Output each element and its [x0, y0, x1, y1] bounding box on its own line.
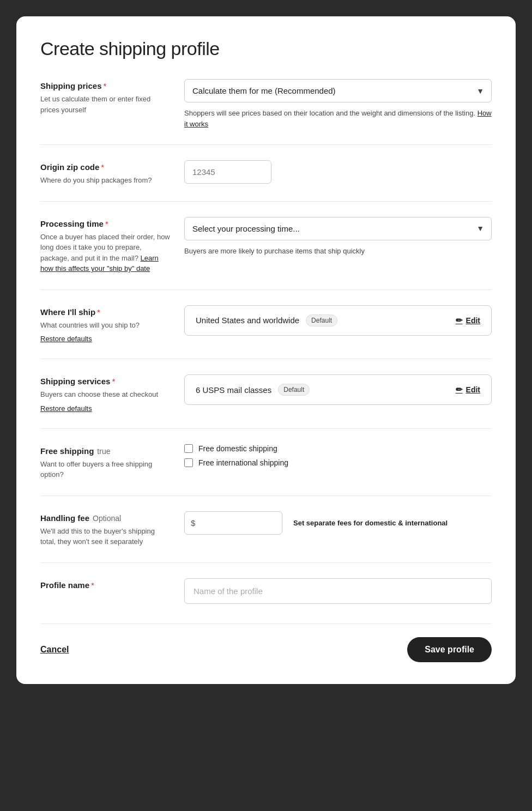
origin-zip-control — [184, 160, 492, 184]
shipping-services-edit-button[interactable]: ✏ Edit — [456, 385, 480, 395]
handling-fee-label: Handling fee — [40, 513, 89, 523]
origin-zip-label-col: Origin zip code* Where do you ship packa… — [40, 160, 171, 186]
shipping-services-box: 6 USPS mail classes Default ✏ Edit — [184, 374, 492, 405]
origin-zip-required: * — [101, 162, 104, 172]
processing-time-select-wrapper: Select your processing time...1 business… — [184, 217, 492, 240]
free-domestic-row: Free domestic shipping — [184, 444, 492, 453]
free-international-checkbox[interactable] — [184, 458, 193, 467]
where-ill-ship-box-left: United States and worldwide Default — [196, 314, 337, 326]
divider-6 — [40, 495, 492, 496]
processing-time-control: Select your processing time...1 business… — [184, 217, 492, 257]
processing-time-desc: Once a buyer has placed their order, how… — [40, 232, 171, 274]
handling-fee-section: Handling feeOptional We'll add this to t… — [40, 511, 492, 547]
handling-fee-input-wrapper: $ — [184, 511, 282, 535]
save-profile-button[interactable]: Save profile — [407, 637, 492, 662]
where-ill-ship-control: United States and worldwide Default ✏ Ed… — [184, 305, 492, 336]
where-ill-ship-restore-link[interactable]: Restore defaults — [40, 335, 92, 343]
divider-1 — [40, 144, 492, 145]
page-title: Create shipping profile — [40, 38, 492, 59]
free-international-row: Free international shipping — [184, 458, 492, 467]
processing-time-hint: Buyers are more likely to purchase items… — [184, 246, 492, 257]
shipping-services-section: Shipping services* Buyers can choose the… — [40, 374, 492, 413]
shipping-services-desc: Buyers can choose these at checkout — [40, 389, 171, 400]
origin-zip-label: Origin zip code — [40, 162, 99, 172]
shipping-prices-desc: Let us calculate them or enter fixed pri… — [40, 94, 171, 115]
free-shipping-optional: true — [97, 447, 110, 456]
where-ill-ship-badge: Default — [306, 314, 337, 326]
handling-fee-optional: Optional — [93, 514, 121, 523]
handling-fee-input-row: $ Set separate fees for domestic & inter… — [184, 511, 492, 535]
where-ill-ship-text: United States and worldwide — [196, 316, 299, 325]
processing-time-select[interactable]: Select your processing time...1 business… — [184, 217, 492, 240]
profile-name-section: Profile name* — [40, 578, 492, 604]
where-ill-ship-edit-button[interactable]: ✏ Edit — [456, 316, 480, 325]
processing-time-label-col: Processing time* Once a buyer has placed… — [40, 217, 171, 274]
free-shipping-label: Free shipping — [40, 446, 94, 456]
shipping-prices-select-wrapper: Calculate them for me (Recommended)Fixed… — [184, 79, 492, 102]
where-ill-ship-section: Where I'll ship* What countries will you… — [40, 305, 492, 344]
origin-zip-desc: Where do you ship packages from? — [40, 175, 171, 186]
profile-name-control — [184, 578, 492, 604]
free-shipping-desc: Want to offer buyers a free shipping opt… — [40, 459, 171, 480]
shipping-services-restore-link[interactable]: Restore defaults — [40, 404, 92, 413]
dollar-sign-icon: $ — [191, 518, 195, 528]
shipping-prices-control: Calculate them for me (Recommended)Fixed… — [184, 79, 492, 129]
shipping-services-edit-label: Edit — [466, 385, 480, 394]
pencil-icon: ✏ — [456, 316, 463, 325]
where-ill-ship-box: United States and worldwide Default ✏ Ed… — [184, 305, 492, 336]
origin-zip-section: Origin zip code* Where do you ship packa… — [40, 160, 492, 186]
pencil-icon-2: ✏ — [456, 385, 463, 395]
profile-name-input[interactable] — [184, 578, 492, 604]
free-domestic-label: Free domestic shipping — [198, 444, 277, 453]
shipping-services-badge: Default — [278, 384, 310, 396]
free-international-label: Free international shipping — [198, 458, 288, 467]
shipping-prices-label: Shipping prices — [40, 81, 102, 90]
profile-name-label-col: Profile name* — [40, 578, 171, 590]
processing-time-required: * — [105, 219, 108, 228]
origin-zip-input[interactable] — [184, 160, 271, 184]
cancel-button[interactable]: Cancel — [40, 645, 69, 655]
handling-fee-label-col: Handling feeOptional We'll add this to t… — [40, 511, 171, 547]
handling-fee-input[interactable] — [184, 511, 282, 535]
footer-row: Cancel Save profile — [40, 624, 492, 662]
shipping-prices-label-col: Shipping prices* Let us calculate them o… — [40, 79, 171, 115]
create-shipping-profile-card: Create shipping profile Shipping prices*… — [16, 16, 516, 684]
divider-2 — [40, 201, 492, 202]
free-shipping-control: Free domestic shipping Free internationa… — [184, 444, 492, 473]
shipping-services-control: 6 USPS mail classes Default ✏ Edit — [184, 374, 492, 405]
handling-fee-control: $ Set separate fees for domestic & inter… — [184, 511, 492, 535]
where-ill-ship-label: Where I'll ship — [40, 307, 95, 317]
where-ill-ship-label-col: Where I'll ship* What countries will you… — [40, 305, 171, 344]
processing-time-section: Processing time* Once a buyer has placed… — [40, 217, 492, 274]
profile-name-label: Profile name — [40, 580, 89, 590]
free-shipping-label-col: Free shippingtrue Want to offer buyers a… — [40, 444, 171, 480]
shipping-prices-hint-text: Shoppers will see prices based on their … — [184, 109, 475, 117]
where-ill-ship-edit-label: Edit — [466, 316, 480, 325]
shipping-prices-select[interactable]: Calculate them for me (Recommended)Fixed… — [184, 79, 492, 102]
divider-3 — [40, 289, 492, 290]
shipping-services-box-left: 6 USPS mail classes Default — [196, 384, 310, 396]
shipping-services-required: * — [112, 377, 115, 386]
processing-time-label: Processing time — [40, 219, 104, 228]
divider-7 — [40, 562, 492, 563]
divider-5 — [40, 428, 492, 429]
shipping-prices-section: Shipping prices* Let us calculate them o… — [40, 79, 492, 129]
shipping-prices-required: * — [104, 81, 107, 90]
set-separate-fees-link[interactable]: Set separate fees for domestic & interna… — [293, 519, 448, 527]
handling-fee-desc: We'll add this to the buyer's shipping t… — [40, 526, 171, 547]
profile-name-required: * — [91, 580, 94, 590]
shipping-services-label: Shipping services — [40, 377, 110, 386]
divider-4 — [40, 359, 492, 359]
shipping-prices-hint: Shoppers will see prices based on their … — [184, 108, 492, 129]
where-ill-ship-desc: What countries will you ship to? — [40, 320, 171, 331]
shipping-services-text: 6 USPS mail classes — [196, 385, 271, 395]
learn-how-link[interactable]: Learn how this affects your "ship by" da… — [40, 254, 159, 273]
where-ill-ship-required: * — [97, 307, 100, 317]
free-domestic-checkbox[interactable] — [184, 444, 193, 453]
shipping-services-label-col: Shipping services* Buyers can choose the… — [40, 374, 171, 413]
free-shipping-section: Free shippingtrue Want to offer buyers a… — [40, 444, 492, 480]
